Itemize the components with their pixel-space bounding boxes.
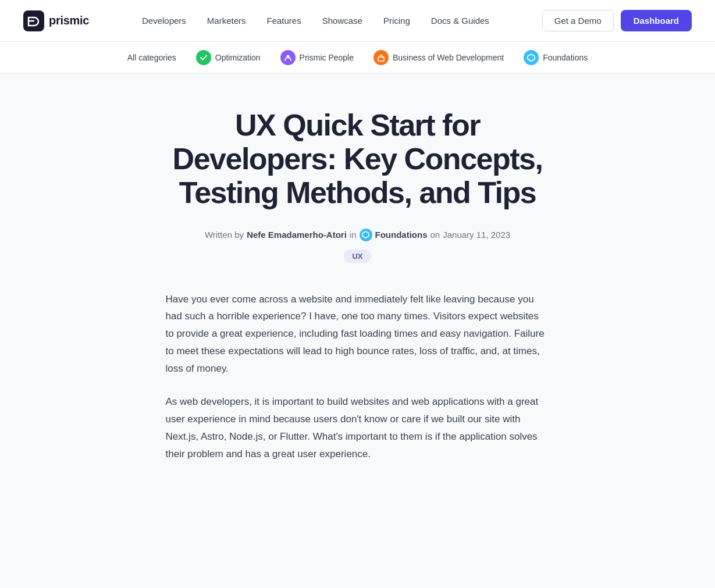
category-bar: All categories Optimization Prismic Peop…	[0, 42, 715, 73]
article-category-link[interactable]: Foundations	[360, 229, 428, 241]
prismic-people-icon	[280, 50, 296, 65]
nav-docs-guides[interactable]: Docs & Guides	[423, 11, 497, 30]
article-category-icon	[360, 229, 372, 241]
nav-marketers[interactable]: Marketers	[199, 11, 254, 30]
written-by-text: Written by	[205, 230, 244, 240]
svg-rect-2	[378, 57, 384, 61]
body-paragraph-1: Have you ever come across a website and …	[166, 291, 550, 377]
nav-developers[interactable]: Developers	[134, 11, 194, 30]
logo-text: prismic	[49, 14, 89, 27]
foundations-label: Foundations	[543, 53, 588, 62]
header-actions: Get a Demo Dashboard	[542, 10, 692, 31]
main-nav: Developers Marketers Features Showcase P…	[134, 11, 497, 30]
article-body: Have you ever come across a website and …	[166, 291, 550, 463]
main-content: UX Quick Start for Developers: Key Conce…	[0, 73, 715, 588]
get-demo-button[interactable]: Get a Demo	[542, 10, 614, 31]
article-tag-row: UX	[166, 250, 550, 263]
category-optimization[interactable]: Optimization	[188, 47, 269, 69]
dashboard-button[interactable]: Dashboard	[621, 10, 692, 31]
prismic-logo-icon	[23, 10, 44, 31]
in-text: in	[350, 230, 357, 240]
logo[interactable]: prismic	[23, 10, 89, 31]
article-author: Nefe Emadamerho-Atori	[247, 230, 347, 240]
optimization-label: Optimization	[215, 53, 261, 62]
all-categories-label: All categories	[127, 53, 176, 62]
article-category-label: Foundations	[375, 230, 428, 240]
category-business[interactable]: Business of Web Development	[365, 47, 512, 69]
category-prismic-people[interactable]: Prismic People	[272, 47, 362, 69]
category-foundations[interactable]: Foundations	[515, 47, 596, 69]
prismic-people-label: Prismic People	[300, 53, 354, 62]
foundations-icon	[524, 50, 539, 65]
svg-marker-3	[528, 54, 535, 61]
article-date: January 11, 2023	[443, 230, 510, 240]
article-title: UX Quick Start for Developers: Key Conce…	[166, 108, 550, 210]
nav-pricing[interactable]: Pricing	[375, 11, 418, 30]
business-icon	[373, 50, 389, 65]
article-tag[interactable]: UX	[344, 250, 371, 263]
on-text: on	[431, 230, 440, 240]
category-all[interactable]: All categories	[119, 49, 184, 66]
optimization-icon	[196, 50, 211, 65]
business-label: Business of Web Development	[393, 53, 504, 62]
article: UX Quick Start for Developers: Key Conce…	[166, 108, 550, 462]
header: prismic Developers Marketers Features Sh…	[0, 0, 715, 42]
article-meta: Written by Nefe Emadamerho-Atori in Foun…	[166, 229, 550, 241]
nav-features[interactable]: Features	[259, 11, 310, 30]
svg-marker-4	[362, 231, 369, 238]
nav-showcase[interactable]: Showcase	[314, 11, 371, 30]
body-paragraph-2: As web developers, it is important to bu…	[166, 393, 550, 462]
